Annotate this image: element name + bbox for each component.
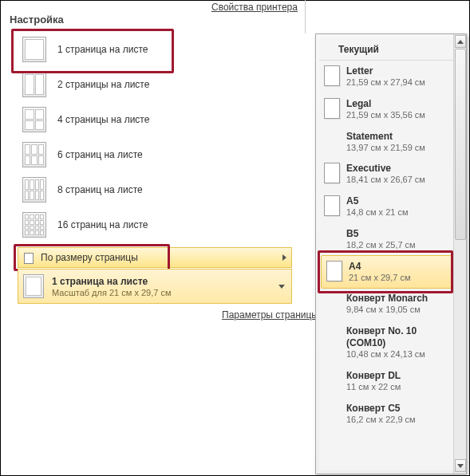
paper-size-name: Letter	[346, 65, 425, 77]
divider	[305, 0, 306, 33]
pages-item-label: 4 страницы на листе	[57, 114, 149, 125]
current-subtitle: Масштаб для 21 см x 29,7 см	[52, 288, 171, 297]
pages-icon-6	[22, 142, 46, 167]
paper-size-name: Statement	[346, 131, 425, 143]
chevron-down-icon	[278, 285, 285, 289]
paper-size-name: Executive	[346, 163, 425, 175]
paper-size-item[interactable]: Конверт No. 10 (COM10)10,48 см x 24,13 с…	[319, 321, 453, 365]
paper-size-name: Конверт DL	[346, 370, 401, 382]
scroll-thumb[interactable]	[455, 49, 466, 240]
paper-size-dimensions: 9,84 см x 19,05 см	[346, 305, 428, 316]
paper-icon	[324, 65, 340, 86]
paper-size-name: Конверт No. 10 (COM10)	[346, 325, 450, 349]
paper-icon	[324, 98, 340, 119]
printer-properties-link[interactable]: Свойства принтера	[211, 2, 298, 13]
pages-item-16[interactable]: 16 страниц на листе	[18, 207, 292, 242]
pages-icon-1	[22, 37, 46, 62]
pages-icon-8	[22, 177, 46, 203]
pages-item-label: 6 страниц на листе	[57, 149, 143, 160]
paper-size-name: A5	[346, 195, 409, 207]
paper-size-flyout: Текущий Letter21,59 см x 27,94 смLegal21…	[315, 33, 467, 474]
paper-size-dimensions: 18,41 см x 26,67 см	[346, 175, 425, 186]
pages-item-label: 2 страницы на листе	[57, 79, 149, 90]
paper-size-list: Текущий Letter21,59 см x 27,94 смLegal21…	[319, 37, 453, 470]
pages-item-label: 8 страниц на листе	[57, 184, 143, 195]
paper-size-name: Конверт C5	[346, 403, 416, 415]
pages-icon-2	[22, 72, 46, 97]
pages-item-6[interactable]: 6 страниц на листе	[18, 137, 292, 172]
pages-per-sheet-list: 1 страница на листе 2 страницы на листе …	[18, 32, 292, 242]
paper-size-dimensions: 11 см x 22 см	[346, 382, 401, 393]
paper-size-dimensions: 21,59 см x 27,94 см	[346, 77, 425, 89]
paper-size-item[interactable]: Конверт DL11 см x 22 см	[319, 365, 453, 398]
paper-size-item[interactable]: B518,2 см x 25,7 см	[319, 223, 453, 256]
paper-icon	[326, 261, 342, 281]
paper-size-dimensions: 21,59 см x 35,56 см	[346, 110, 425, 121]
current-selection-dropdown[interactable]: 1 страница на листе Масштаб для 21 см x …	[18, 269, 292, 304]
paper-icon	[324, 195, 340, 216]
paper-size-dimensions: 10,48 см x 24,13 см	[346, 349, 450, 360]
paper-size-dimensions: 21 см x 29,7 см	[349, 273, 411, 284]
paper-size-name: Конверт Monarch	[346, 293, 428, 305]
paper-size-dimensions: 18,2 см x 25,7 см	[346, 240, 416, 251]
paper-size-name: Legal	[346, 98, 425, 110]
pages-icon-16	[22, 212, 46, 238]
pages-item-label: 1 страница на листе	[57, 44, 148, 55]
pages-item-4[interactable]: 4 страницы на листе	[18, 102, 292, 137]
paper-size-item[interactable]: A421 см x 29,7 см	[321, 255, 452, 289]
paper-size-item[interactable]: Executive18,41 см x 26,67 см	[319, 158, 453, 191]
paper-size-item[interactable]: Letter21,59 см x 27,94 см	[319, 61, 453, 93]
paper-size-dimensions: 14,8 см x 21 см	[346, 207, 409, 218]
chevron-up-icon	[457, 40, 464, 44]
paper-size-item[interactable]: Legal21,59 см x 35,56 см	[319, 93, 453, 126]
current-title: 1 страница на листе	[52, 276, 171, 287]
paper-size-item[interactable]: Statement13,97 см x 21,59 см	[319, 126, 453, 159]
pages-icon-1	[23, 274, 44, 298]
scrollbar[interactable]	[453, 34, 466, 474]
paper-size-item[interactable]: Конверт C516,2 см x 22,9 см	[319, 398, 453, 431]
paper-size-item[interactable]: Конверт Monarch9,84 см x 19,05 см	[319, 288, 453, 321]
scale-icon	[22, 250, 36, 265]
scale-to-page-size-menu[interactable]: По размеру страницы	[18, 247, 292, 268]
pages-item-1[interactable]: 1 страница на листе	[18, 32, 292, 67]
paper-icon	[324, 163, 340, 183]
paper-size-name: B5	[346, 228, 416, 240]
scroll-down-button[interactable]	[455, 459, 466, 472]
pages-icon-4	[22, 107, 46, 132]
chevron-right-icon	[282, 254, 286, 261]
paper-size-name: A4	[349, 261, 411, 273]
pages-item-2[interactable]: 2 страницы на листе	[18, 67, 292, 102]
pages-item-8[interactable]: 8 страниц на листе	[18, 172, 292, 207]
submenu-label: По размеру страницы	[41, 252, 138, 263]
paper-size-dimensions: 16,2 см x 22,9 см	[346, 415, 416, 426]
paper-size-item[interactable]: A514,8 см x 21 см	[319, 191, 453, 223]
page-parameters-link[interactable]: Параметры страницы	[222, 309, 318, 321]
scroll-up-button[interactable]	[455, 35, 466, 48]
pages-item-label: 16 страниц на листе	[57, 219, 148, 230]
chevron-down-icon	[457, 464, 464, 468]
section-title: Настройка	[10, 14, 64, 26]
flyout-header: Текущий	[319, 37, 453, 61]
paper-size-dimensions: 13,97 см x 21,59 см	[346, 143, 425, 154]
